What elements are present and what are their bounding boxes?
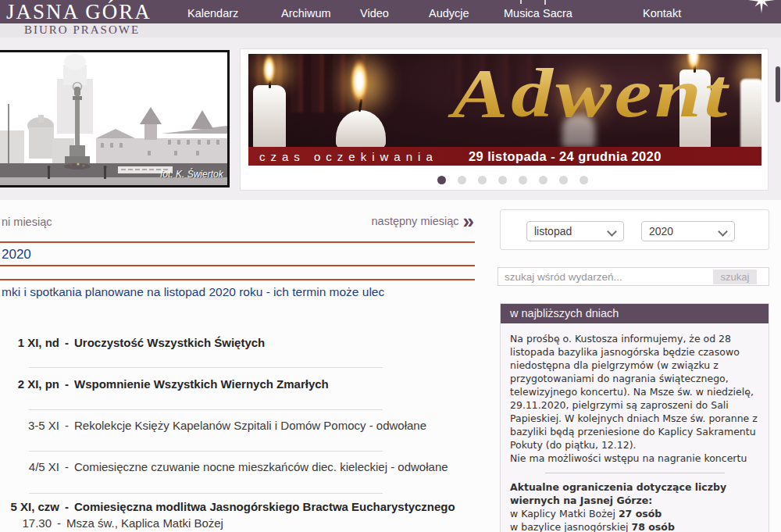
carousel-dot-4[interactable] (498, 176, 507, 184)
event-desc: Uroczystość Wszystkich Świętych (74, 336, 265, 349)
event-desc: Rekolekcje Księży Kapelanów Szpitali i D… (74, 419, 426, 432)
event-separator (29, 493, 383, 494)
event-subrow: 17.30 - Msza św., Kaplica Matki Bożej (0, 516, 476, 530)
limit-place: w Kaplicy Matki Bożej (510, 508, 619, 520)
year-select[interactable]: 2020 (641, 221, 735, 241)
limit-row: w Kaplicy Matki Bożej 27 osób (510, 507, 759, 520)
event-separator (29, 451, 383, 452)
chevron-down-icon (607, 227, 617, 237)
nav-kontakt[interactable]: Kontakt (643, 7, 681, 20)
month-select-value: listopad (534, 225, 572, 237)
next-month-label: następny miesiąc (372, 215, 459, 227)
calendar-intro-text: mki i spotkania planowane na listopad 20… (2, 285, 384, 299)
banner-dates: 29 listopada - 24 grudnia 2020 (469, 149, 662, 164)
news-separator (545, 473, 725, 473)
event-date: 5 XI, czw (0, 500, 59, 513)
nav-musica-sacra[interactable]: Musica Sacra (504, 7, 572, 20)
divider-line (0, 265, 475, 266)
event-row: 1 XI, nd - Uroczystość Wszystkich Święty… (0, 336, 476, 349)
monastery-photo-art: fot. K. Świertok fot. K. Świertok (0, 52, 227, 185)
upcoming-days-panel: w najbliższych dniach Na prośbę o. Kusto… (500, 303, 769, 532)
event-separator (29, 367, 383, 368)
event-dash: - (65, 377, 69, 391)
date-select-panel: listopad 2020 (500, 209, 769, 250)
carousel-dot-8[interactable] (580, 176, 588, 184)
calendar-month-title: 2020 (2, 247, 31, 262)
carousel-dot-6[interactable] (539, 176, 547, 184)
month-select[interactable]: listopad (526, 221, 624, 241)
event-row: 3-5 XI - Rekolekcje Księży Kapelanów Szp… (0, 419, 476, 432)
limit-count: 27 osób (619, 508, 662, 520)
event-row: 2 XI, pn - Wspomnienie Wszystkich Wierny… (0, 377, 476, 391)
chevron-down-icon (718, 227, 728, 237)
cropped-text-fragment (544, 0, 546, 5)
divider-line (0, 279, 475, 280)
partial-candle (740, 79, 761, 148)
event-desc: Comiesięczne czuwanie nocne mieszkańców … (74, 460, 448, 473)
cropped-text-fragment (520, 0, 522, 4)
carousel-dots (241, 176, 768, 184)
event-date: 3-5 XI (0, 419, 59, 432)
event-row: 4/5 XI - Comiesięczne czuwanie nocne mie… (0, 460, 476, 473)
search-button[interactable]: szukaj (713, 270, 757, 284)
candle (253, 85, 286, 148)
event-dash: - (65, 419, 69, 432)
next-month-link[interactable]: następny miesiąc » (372, 215, 475, 227)
nav-kalendarz[interactable]: Kalendarz (187, 7, 238, 20)
upcoming-days-body: Na prośbę o. Kustosza informujemy, że od… (501, 323, 769, 532)
limit-row: w bazylice jasnogórskiej 78 osób (510, 520, 759, 532)
banner-slider: Adwent czas oczekiwania 29 listopada - 2… (240, 48, 769, 191)
carousel-dot-3[interactable] (478, 176, 487, 184)
event-date: 4/5 XI (0, 460, 59, 473)
event-dash: - (65, 460, 69, 473)
nav-archiwum[interactable]: Archiwum (281, 7, 331, 20)
year-select-value: 2020 (649, 225, 673, 237)
next-month-arrow-icon: » (463, 215, 474, 227)
news-paragraph: Na prośbę o. Kustosza informujemy, że od… (510, 332, 759, 452)
event-row: 5 XI, czw - Comiesięczna modlitwa Jasnog… (0, 500, 476, 513)
limits-title: Aktualne ograniczenia dotyczące liczby w… (510, 480, 759, 507)
event-dash: - (65, 336, 69, 349)
carousel-dot-7[interactable] (559, 176, 568, 184)
limit-count: 78 osób (632, 521, 675, 532)
divider-line (0, 241, 475, 243)
event-dash: - (65, 500, 69, 513)
site-logo-subtitle[interactable]: BIURO PRASOWE (24, 23, 140, 37)
monastery-photo: fot. K. Świertok fot. K. Świertok (0, 50, 230, 187)
event-date: 2 XI, pn (0, 377, 59, 391)
star-icon (747, 0, 776, 14)
site-logo-title[interactable]: JASNA GÓRA (6, 0, 152, 23)
nav-video[interactable]: Video (360, 7, 389, 20)
carousel-dot-2[interactable] (458, 176, 466, 184)
photo-caption: fot. K. Świertok (160, 168, 224, 180)
event-separator (29, 409, 383, 410)
news-paragraph: Nie ma możliwości wstępu na nagranie kon… (510, 452, 759, 465)
banner-subtitle: czas oczekiwania (259, 150, 438, 163)
event-time: 17.30 (0, 516, 52, 530)
event-desc: Comiesięczna modlitwa Jasnogórskiego Bra… (74, 500, 455, 513)
page: JASNA GÓRA BIURO PRASOWE Kalendarz Archi… (0, 0, 781, 532)
event-desc: Wspomnienie Wszystkich Wiernych Zmarłych (74, 377, 329, 391)
banner-red-bar: czas oczekiwania 29 listopada - 24 grudn… (248, 147, 761, 166)
prev-month-link[interactable]: ni miesiąc (2, 216, 52, 228)
banner-title: Adwent (337, 54, 730, 141)
carousel-dot-5[interactable] (519, 176, 527, 184)
upcoming-days-title: w najbliższych dniach (501, 304, 769, 323)
advent-banner[interactable]: Adwent czas oczekiwania 29 listopada - 2… (248, 54, 761, 166)
limit-place: w bazylice jasnogórskiej (510, 521, 632, 532)
event-dash: - (57, 516, 61, 530)
event-desc: Msza św., Kaplica Matki Bożej (66, 516, 223, 530)
nav-audycje[interactable]: Audycje (429, 7, 469, 20)
carousel-dot-1[interactable] (437, 176, 446, 184)
scrollbar-thumb[interactable] (776, 66, 780, 102)
event-date: 1 XI, nd (0, 336, 59, 349)
